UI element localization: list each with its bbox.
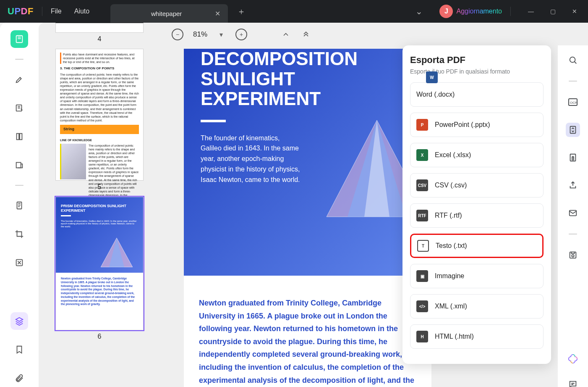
redact-tool[interactable] [10, 254, 28, 271]
export-image[interactable]: ▣Immagine [410, 264, 544, 288]
bookmark-tool[interactable] [10, 341, 28, 358]
save-button[interactable] [566, 248, 580, 262]
page-up-button[interactable] [280, 28, 292, 41]
menu-help[interactable]: Aiuto [74, 8, 89, 15]
chevron-down-icon[interactable]: ⌄ [416, 6, 423, 16]
svg-rect-17 [572, 158, 574, 160]
view-toolbar: − 81% ▾ + [160, 23, 588, 46]
app-logo: UPDF [8, 6, 34, 17]
convert-button[interactable] [566, 123, 580, 137]
page-body: Newton graduated from Trinity College, C… [184, 276, 431, 387]
left-toolbar [0, 23, 39, 387]
email-button[interactable] [566, 206, 580, 220]
svg-text:OCR: OCR [570, 101, 578, 105]
attachment-tool[interactable] [10, 369, 28, 387]
export-word[interactable]: WWord (.docx) [410, 82, 544, 107]
export-excel[interactable]: XExcel (.xlsx) [410, 143, 544, 167]
thumbnail-page-4[interactable] [55, 23, 144, 33]
ai-assistant-button[interactable] [566, 351, 580, 366]
crop-tool[interactable] [10, 225, 28, 243]
avatar[interactable]: J [439, 5, 453, 18]
forms-tool[interactable] [10, 197, 28, 214]
page-number-6: 6 [98, 333, 102, 340]
thumbnail-page-5[interactable]: Points also have dominant and recessive … [55, 49, 144, 181]
prism-icon [98, 235, 136, 273]
export-rtf[interactable]: RTFRTF (.rtf) [410, 203, 544, 228]
thumbnail-panel: 4 Points also have dominant and recessiv… [39, 23, 160, 387]
page-view[interactable]: DECOMPOSITION SUNLIGHT EXPERIMENT The fo… [184, 49, 431, 387]
page-number-4: 4 [98, 35, 102, 43]
export-html[interactable]: HHTML (.html) [410, 324, 544, 349]
update-label[interactable]: Aggiornamento [456, 8, 502, 15]
svg-rect-3 [20, 134, 22, 140]
organize-tool[interactable] [10, 156, 28, 174]
tab-title: whitepaper [118, 10, 215, 17]
page-lede: The founder of kinematics, Galileo died … [201, 133, 301, 185]
search-button[interactable] [566, 53, 580, 67]
close-icon[interactable]: ✕ [215, 10, 220, 18]
right-toolbar: OCR [558, 45, 588, 387]
page-top-button[interactable] [300, 28, 312, 41]
page-number-5: 5 [98, 183, 102, 191]
zoom-out-button[interactable]: − [171, 28, 184, 41]
document-tab[interactable]: whitepaper ✕ [110, 4, 228, 23]
export-panel: Esporta PDF Esporta il tuo PDF in qualsi… [402, 45, 551, 364]
zoom-dropdown[interactable]: ▾ [215, 28, 227, 41]
zoom-level[interactable]: 81% [193, 30, 207, 39]
share-button[interactable] [566, 178, 580, 192]
export-text[interactable]: TTesto (.txt) [410, 234, 544, 258]
thumbnail-page-6[interactable]: PRISM DECOMPOSITION SUNLIGHT EXPERIMENT … [55, 197, 144, 330]
close-window-button[interactable]: ✕ [564, 3, 585, 20]
svg-point-20 [572, 255, 574, 257]
new-tab-button[interactable]: ＋ [237, 6, 246, 17]
edit-text-tool[interactable] [10, 99, 28, 117]
export-powerpoint[interactable]: PPowerPoint (.pptx) [410, 113, 544, 137]
export-xml[interactable]: </>XML (.xml) [410, 294, 544, 319]
page-tool[interactable] [10, 128, 28, 145]
reader-tool[interactable] [10, 30, 28, 48]
export-title: Esporta PDF [410, 55, 544, 66]
highlight-tool[interactable] [10, 71, 28, 88]
export-csv[interactable]: CSVCSV (.csv) [410, 173, 544, 197]
svg-rect-2 [17, 134, 19, 140]
zoom-in-button[interactable]: + [235, 28, 248, 41]
maximize-button[interactable]: ▢ [543, 3, 563, 20]
svg-point-12 [570, 57, 575, 63]
ocr-button[interactable]: OCR [566, 95, 580, 109]
comments-button[interactable] [566, 377, 580, 387]
svg-rect-4 [16, 163, 21, 168]
menu-file[interactable]: File [51, 8, 62, 15]
protect-button[interactable] [566, 150, 580, 165]
titlebar: UPDF File Aiuto whitepaper ✕ ＋ ⌄ J Aggio… [0, 0, 588, 23]
layers-tool[interactable] [10, 312, 28, 330]
minimize-button[interactable]: — [521, 3, 541, 20]
